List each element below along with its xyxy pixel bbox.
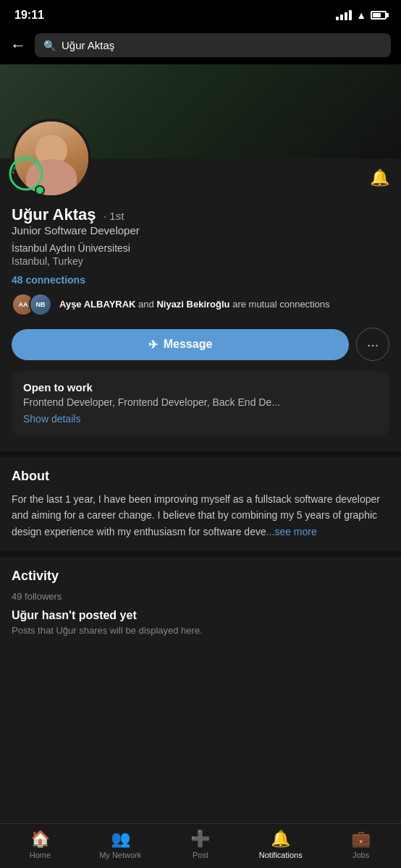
home-icon: 🏠: [30, 830, 50, 848]
post-icon: ➕: [190, 830, 210, 848]
search-input-wrap[interactable]: 🔍 Uğur Aktaş: [35, 33, 391, 57]
network-icon: 👥: [111, 830, 130, 848]
activity-empty-title: Uğur hasn't posted yet: [12, 609, 389, 622]
nav-label-notifications: Notifications: [259, 851, 303, 859]
profile-avatar-wrap: #OPENTOWORK: [12, 119, 91, 198]
activity-section: Activity 49 followers Uğur hasn't posted…: [0, 557, 401, 647]
about-body: For the last 1 year, I have been improvi…: [12, 491, 389, 540]
nav-item-post[interactable]: ➕ Post: [179, 830, 222, 859]
about-section: About For the last 1 year, I have been i…: [0, 457, 401, 551]
profile-name: Uğur Aktaş: [12, 205, 96, 224]
back-button[interactable]: ←: [10, 36, 26, 55]
status-bar: 19:11 ▲: [0, 0, 401, 27]
nav-item-home[interactable]: 🏠 Home: [18, 830, 62, 859]
status-time: 19:11: [14, 9, 44, 22]
more-button[interactable]: ···: [356, 328, 389, 361]
action-buttons: ✈ Message ···: [12, 328, 389, 361]
see-more-link[interactable]: ...see more: [266, 526, 317, 537]
send-icon: ✈: [148, 338, 158, 352]
nav-label-post: Post: [193, 851, 208, 859]
profile-name-row: Uğur Aktaş · 1st: [12, 205, 389, 224]
jobs-icon: 💼: [351, 830, 371, 848]
profile-section: 🔔 #OPENTOWORK Uğur Aktaş · 1st Junior So…: [0, 158, 401, 451]
nav-label-network: My Network: [99, 851, 141, 859]
profile-location: Istanbul, Turkey: [12, 255, 389, 267]
nav-label-home: Home: [30, 851, 51, 859]
activity-followers: 49 followers: [12, 591, 389, 602]
mutual-connections: AA NB Ayşe ALBAYRAK and Niyazi Bekiroğlu…: [12, 293, 389, 316]
ellipsis-icon: ···: [367, 336, 379, 353]
nav-item-network[interactable]: 👥 My Network: [98, 830, 142, 859]
activity-empty-sub: Posts that Uğur shares will be displayed…: [12, 625, 389, 636]
otw-card-roles: Frontend Developer, Frontend Developer, …: [23, 396, 378, 408]
notifications-icon: 🔔: [271, 830, 290, 848]
open-to-work-card: Open to work Frontend Developer, Fronten…: [12, 371, 389, 435]
otw-card-title: Open to work: [23, 381, 378, 393]
nav-label-jobs: Jobs: [353, 851, 369, 859]
mutual-name-1: Ayşe ALBAYRAK: [59, 299, 135, 310]
notifications-icon-wrap: 🔔: [271, 830, 290, 848]
search-bar: ← 🔍 Uğur Aktaş: [0, 27, 401, 64]
status-icons: ▲: [336, 9, 387, 21]
profile-education: İstanbul Aydın Üniversitesi: [12, 242, 389, 254]
mutual-avatar-2: NB: [29, 293, 52, 316]
divider-2: [0, 551, 401, 557]
signal-icon: [336, 10, 352, 20]
divider-1: [0, 451, 401, 457]
svg-text:#OPENTOWORK: #OPENTOWORK: [9, 156, 41, 174]
otw-green-dot: [35, 185, 45, 195]
wifi-icon: ▲: [356, 9, 366, 21]
search-input[interactable]: Uğur Aktaş: [62, 39, 114, 51]
profile-degree: · 1st: [104, 210, 124, 222]
bell-icon[interactable]: 🔔: [370, 169, 389, 187]
mutual-text: Ayşe ALBAYRAK and Niyazi Bekiroğlu are m…: [59, 299, 330, 311]
search-icon: 🔍: [43, 40, 56, 51]
bottom-nav: 🏠 Home 👥 My Network ➕ Post 🔔 Notificatio…: [0, 823, 401, 868]
mutual-name-2: Niyazi Bekiroğlu: [156, 299, 229, 310]
message-button[interactable]: ✈ Message: [12, 329, 349, 360]
post-icon-wrap: ➕: [190, 830, 210, 848]
battery-icon: [371, 11, 387, 20]
about-title: About: [12, 469, 389, 484]
profile-title: Junior Software Developer: [12, 224, 389, 237]
nav-item-jobs[interactable]: 💼 Jobs: [339, 830, 383, 859]
nav-item-notifications[interactable]: 🔔 Notifications: [259, 830, 303, 859]
mutual-avatars: AA NB: [12, 293, 52, 316]
activity-title: Activity: [12, 569, 389, 584]
connections-count[interactable]: 48 connections: [12, 274, 389, 286]
show-details-link[interactable]: Show details: [23, 413, 80, 425]
open-to-work-badge: #OPENTOWORK: [9, 156, 43, 194]
bottom-space: [0, 647, 401, 705]
